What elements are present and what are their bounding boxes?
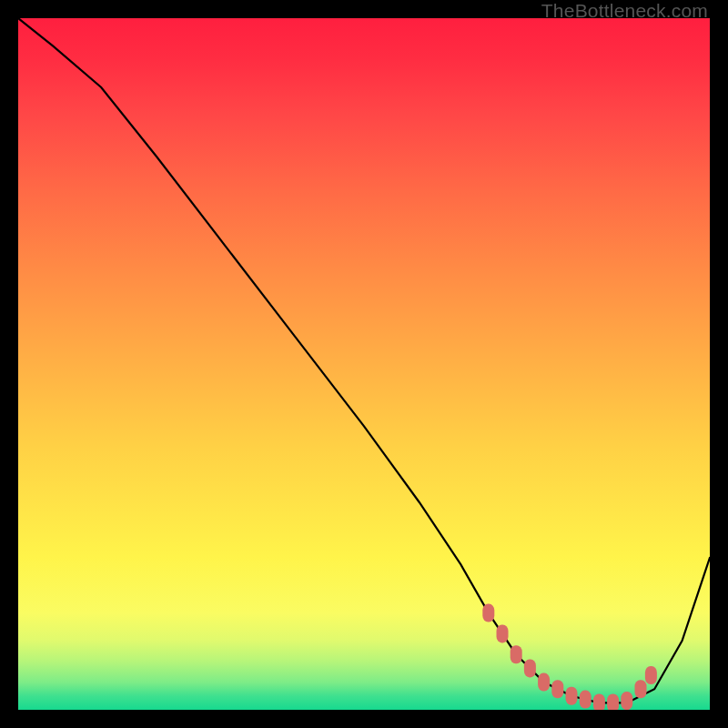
plot-area bbox=[18, 18, 710, 710]
highlight-marker bbox=[538, 673, 550, 692]
highlight-markers bbox=[482, 604, 657, 710]
chart-svg bbox=[18, 18, 710, 710]
highlight-marker bbox=[482, 604, 494, 622]
highlight-marker bbox=[593, 693, 605, 710]
outer-frame: TheBottleneck.com bbox=[0, 0, 728, 728]
highlight-marker bbox=[524, 659, 536, 677]
highlight-marker bbox=[511, 645, 522, 663]
highlight-marker bbox=[635, 680, 647, 698]
highlight-marker bbox=[551, 680, 563, 698]
highlight-marker bbox=[497, 624, 509, 642]
highlight-marker bbox=[607, 693, 619, 710]
highlight-marker bbox=[566, 687, 578, 705]
highlight-marker bbox=[645, 666, 657, 684]
highlight-marker bbox=[580, 691, 592, 709]
bottleneck-curve-line bbox=[18, 18, 710, 703]
highlight-marker bbox=[621, 692, 632, 710]
